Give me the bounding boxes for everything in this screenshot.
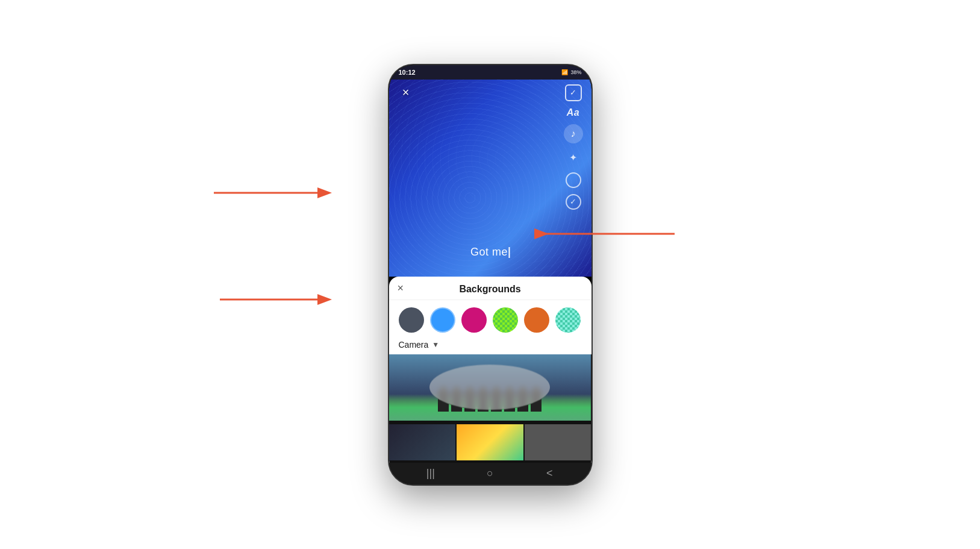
back-icon: <: [546, 467, 553, 480]
status-icons: 📶 38%: [561, 69, 581, 75]
sticker-button[interactable]: ✓: [565, 84, 582, 101]
text-cursor: [508, 247, 510, 258]
story-area: × ✓ Aa ♪ ✦ ✓: [389, 80, 591, 277]
battery-icon: 38%: [570, 69, 581, 75]
color-blue[interactable]: [430, 307, 455, 333]
sticker-icon: ✓: [570, 88, 576, 97]
nav-menu-button[interactable]: |||: [422, 465, 440, 483]
status-time: 10:12: [399, 69, 416, 76]
gallery-cell-1[interactable]: [389, 424, 456, 460]
home-icon: ○: [487, 467, 493, 480]
story-close-button[interactable]: ×: [398, 84, 414, 101]
music-icon: ♪: [571, 128, 576, 139]
text-button[interactable]: Aa: [567, 107, 579, 118]
panel-header: × Backgrounds: [389, 277, 591, 300]
nav-bar: ||| ○ <: [389, 463, 591, 485]
gallery-grid: [389, 354, 591, 463]
color-orange[interactable]: [524, 307, 549, 333]
right-controls: ✓ Aa ♪ ✦ ✓: [564, 84, 583, 210]
panel-title: Backgrounds: [459, 284, 520, 295]
backgrounds-panel: × Backgrounds Camera ▼: [389, 277, 591, 463]
color-green-stripe[interactable]: [493, 307, 518, 333]
status-bar: 10:12 📶 38%: [389, 65, 591, 80]
gallery-cell-2[interactable]: [457, 424, 523, 460]
oval-blur-overlay: [429, 365, 550, 410]
story-top-controls: × ✓ Aa ♪ ✦ ✓: [389, 84, 591, 210]
chevron-down-icon: ▼: [432, 340, 439, 349]
phone-screen: 10:12 📶 38% × ✓ Aa: [389, 65, 591, 485]
gallery-main-cell[interactable]: [389, 354, 591, 421]
nav-back-button[interactable]: <: [540, 465, 558, 483]
camera-label: Camera: [399, 340, 429, 350]
color-teal-stripe[interactable]: [555, 307, 581, 333]
music-button[interactable]: ♪: [564, 124, 583, 143]
story-text: Got me: [470, 246, 510, 259]
color-pink[interactable]: [461, 307, 487, 333]
color-circles: [389, 300, 591, 337]
wifi-icon: 📶: [561, 69, 568, 75]
sparkle-icon: ✦: [569, 152, 577, 163]
effects-button[interactable]: ✦: [565, 149, 582, 166]
menu-icon: |||: [426, 467, 435, 480]
done-button[interactable]: ✓: [566, 194, 581, 210]
camera-dropdown[interactable]: Camera ▼: [389, 337, 591, 354]
phone-wrapper: 10:12 📶 38% × ✓ Aa: [388, 64, 593, 486]
gallery-cell-3[interactable]: [525, 424, 591, 460]
nav-home-button[interactable]: ○: [481, 465, 499, 483]
brush-button[interactable]: [566, 172, 581, 188]
panel-close-button[interactable]: ×: [398, 281, 404, 294]
phone-frame: 10:12 📶 38% × ✓ Aa: [388, 64, 593, 486]
color-dark-gray[interactable]: [399, 307, 424, 333]
done-icon: ✓: [570, 197, 576, 206]
